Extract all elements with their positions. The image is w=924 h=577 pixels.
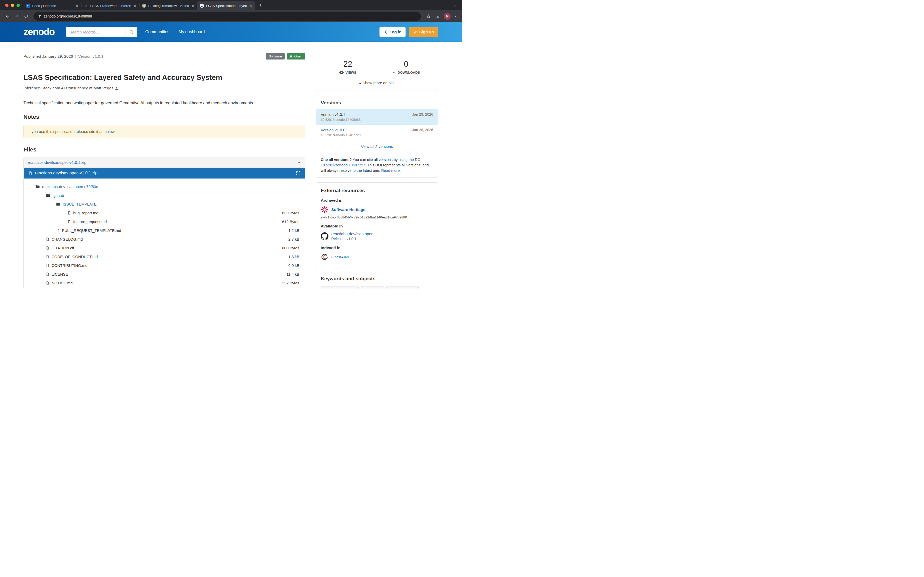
close-tab-icon[interactable]: ×	[191, 3, 195, 8]
software-heritage-resource: Software Heritage	[321, 206, 433, 214]
address-bar[interactable]: zenodo.org/records/18408088	[34, 12, 421, 21]
file-icon	[46, 272, 49, 276]
close-tab-icon[interactable]: ×	[75, 3, 79, 8]
site-info-icon[interactable]	[37, 14, 41, 18]
github-resource: reactlabs-dev/lsas-spec Release: v1.0.1	[321, 232, 433, 241]
expand-preview-icon[interactable]	[296, 171, 300, 176]
file-size: 332 Bytes	[282, 281, 299, 285]
header-nav: Communities My dashboard	[145, 30, 205, 34]
folder-link[interactable]: reactlabs-dev-lsas-spec-e79f53e	[42, 184, 98, 189]
pencil-icon	[413, 30, 417, 34]
preview-header: reactlabs-dev/lsas-spec-v1.0.1.zip	[24, 168, 305, 179]
bookmark-star-icon[interactable]	[424, 12, 433, 21]
access-status-label: Open	[294, 54, 302, 58]
versions-heading: Versions	[316, 95, 438, 109]
archive-link[interactable]: reactlabs-dev/lsas-spec-v1.0.1.zip	[28, 160, 86, 164]
keyword-tag[interactable]: artificial intelligence	[321, 286, 359, 288]
notes-heading: Notes	[23, 114, 305, 120]
read-more-link[interactable]: Read more	[381, 168, 400, 172]
separator: |	[75, 54, 76, 59]
nav-communities[interactable]: Communities	[145, 30, 169, 34]
file-icon	[46, 246, 49, 250]
tab-lsas-framework[interactable]: ✳ LSAS Framework | Inference S ×	[81, 1, 139, 10]
folder-link[interactable]: ISSUE_TEMPLATE	[63, 202, 97, 206]
view-all-versions-link[interactable]: View all 2 versions	[361, 144, 393, 148]
record-main: Published January 29, 2026 | Version v1.…	[23, 53, 305, 288]
minimize-window-button[interactable]	[11, 3, 14, 7]
downloads-icon[interactable]	[433, 12, 442, 21]
cite-text: You can cite all versions by using the D…	[352, 158, 422, 162]
software-heritage-link[interactable]: Software Heritage	[331, 207, 365, 212]
tree-row: bug_report.md 639 Bytes	[24, 208, 305, 217]
swh-identifier: swh:1:dir:c088845b6782fc513294ba1146ea31…	[321, 215, 433, 219]
stats-card: 22 VIEWS 0 DOWNLOADS ▸Show more details	[316, 53, 438, 90]
folder-icon	[46, 193, 50, 197]
nav-my-dashboard[interactable]: My dashboard	[179, 30, 205, 34]
file-size: 639 Bytes	[282, 211, 299, 215]
tree-row: CODE_OF_CONDUCT.md 1.3 kB	[24, 252, 305, 261]
openaire-resource: OpenAIRE	[321, 253, 433, 261]
software-heritage-icon	[321, 206, 328, 214]
files-panel: reactlabs-dev/lsas-spec-v1.0.1.zip react…	[23, 157, 305, 288]
tab-search-chevron-icon[interactable]: ⌄	[451, 3, 459, 8]
download-icon	[392, 71, 396, 74]
file-name: bug_report.md	[73, 211, 99, 215]
tab-lsas-specification-active[interactable]: Z LSAS Specification: Layered S ×	[197, 1, 255, 10]
keyword-tag[interactable]: medical devices	[386, 286, 419, 288]
caret-right-icon: ▸	[359, 81, 361, 85]
close-tab-icon[interactable]: ×	[249, 3, 252, 8]
keyword-tag[interactable]: healthcare	[361, 286, 384, 288]
tree-row: .github	[24, 191, 305, 200]
back-icon[interactable]	[3, 12, 12, 21]
signup-button[interactable]: Sign up	[409, 27, 438, 37]
published-date: Published January 29, 2026	[23, 54, 73, 59]
version-row-current[interactable]: Version v1.0.1 Jan 29, 2026 10.5281/zeno…	[316, 109, 438, 125]
signup-label: Sign up	[419, 30, 434, 34]
tab-strip: in Feed | LinkedIn × ✳ LSAS Framework | …	[0, 0, 462, 10]
login-button[interactable]: Log in	[380, 27, 406, 37]
reload-icon[interactable]	[22, 12, 31, 21]
cite-text: .	[400, 168, 401, 172]
profile-avatar[interactable]: M	[444, 13, 451, 20]
file-icon	[28, 171, 32, 176]
openaire-link[interactable]: OpenAIRE	[331, 255, 351, 259]
keywords-heading: Keywords and subjects	[321, 276, 433, 282]
fullscreen-window-button[interactable]	[16, 3, 20, 7]
close-tab-icon[interactable]: ×	[133, 3, 137, 8]
chevron-down-icon[interactable]	[297, 161, 301, 164]
file-name: LICENSE	[52, 272, 68, 276]
search-icon	[129, 30, 134, 34]
keyword-tags: artificial intelligence healthcare medic…	[321, 286, 433, 288]
globe-favicon-icon	[142, 3, 146, 8]
search-input[interactable]	[66, 30, 126, 34]
folder-link[interactable]: .github	[52, 193, 64, 198]
version-link[interactable]: Version v1.0.0	[321, 128, 345, 132]
forward-icon[interactable]	[12, 12, 21, 21]
browser-toolbar: zenodo.org/records/18408088 M ⋮	[0, 10, 462, 22]
tab-linkedin[interactable]: in Feed | LinkedIn ×	[23, 1, 81, 10]
close-window-button[interactable]	[5, 3, 8, 7]
views-stat: 22 VIEWS	[319, 60, 377, 74]
file-icon	[46, 264, 49, 268]
zenodo-logo[interactable]: zenodo	[23, 27, 54, 37]
version-date: Jan 28, 2026	[412, 128, 433, 132]
new-tab-button[interactable]: +	[257, 1, 264, 9]
search-button[interactable]	[126, 27, 137, 37]
views-label: VIEWS	[346, 71, 356, 74]
file-name: CODE_OF_CONDUCT.md	[52, 255, 98, 259]
file-size: 11.4 kB	[286, 272, 299, 276]
openaire-icon	[321, 253, 328, 261]
github-repo-link[interactable]: reactlabs-dev/lsas-spec	[331, 232, 373, 236]
concept-doi-link[interactable]: 10.5281/zenodo.18407727	[321, 163, 365, 167]
cite-all-versions-note: Cite all versions? You can cite all vers…	[316, 153, 438, 177]
publication-info-row: Published January 29, 2026 | Version v1.…	[23, 53, 305, 60]
tab-building-ai[interactable]: Building Tomorrow's AI Intelli ×	[139, 1, 197, 10]
zenodo-header: zenodo Communities My dashboard Log in S…	[0, 22, 462, 42]
login-icon	[384, 30, 388, 34]
indexed-in-label: Indexed in	[321, 245, 433, 250]
files-heading: Files	[23, 146, 305, 153]
show-more-details[interactable]: ▸Show more details	[316, 77, 438, 90]
browser-menu-icon[interactable]: ⋮	[452, 14, 459, 19]
browser-chrome: in Feed | LinkedIn × ✳ LSAS Framework | …	[0, 0, 462, 22]
archive-accordion-row[interactable]: reactlabs-dev/lsas-spec-v1.0.1.zip	[24, 157, 305, 168]
